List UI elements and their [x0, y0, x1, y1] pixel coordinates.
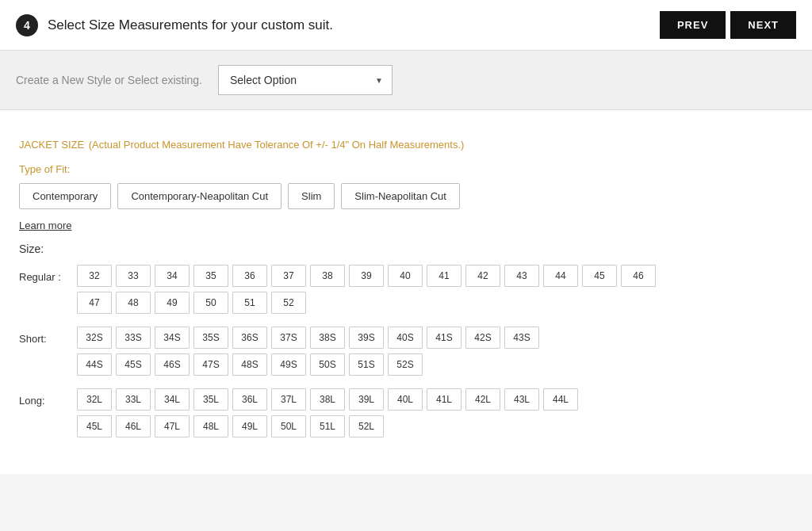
jacket-title-text: JACKET SIZE [19, 139, 84, 151]
regular-size-section: Regular : 323334353637383940414243444546… [19, 265, 793, 314]
header-title: Select Size Measurements for your custom… [48, 17, 333, 33]
long-buttons-row1: 32L33L34L35L36L37L38L39L40L41L42L43L44L [77, 388, 578, 411]
size-button[interactable]: 50L [271, 415, 306, 437]
size-button[interactable]: 45 [582, 265, 617, 287]
style-select[interactable]: Select Option Create New Style [218, 65, 393, 95]
fit-type-button[interactable]: Contemporary-Neapolitan Cut [117, 183, 282, 209]
fit-type-button[interactable]: Slim [288, 183, 335, 209]
size-button[interactable]: 40L [388, 388, 423, 411]
size-button[interactable]: 39S [349, 327, 384, 349]
size-button[interactable]: 32L [77, 388, 112, 411]
short-buttons-row1: 32S33S34S35S36S37S38S39S40S41S42S43S [77, 327, 539, 349]
size-button[interactable]: 41S [427, 327, 462, 349]
size-button[interactable]: 40 [388, 265, 423, 287]
regular-buttons-row1: 323334353637383940414243444546 [77, 265, 656, 287]
size-button[interactable]: 42 [465, 265, 500, 287]
size-button[interactable]: 48 [116, 292, 151, 314]
size-button[interactable]: 43 [504, 265, 539, 287]
size-button[interactable]: 34L [155, 388, 190, 411]
next-button[interactable]: NEXT [730, 11, 796, 39]
size-button[interactable]: 50 [193, 292, 228, 314]
jacket-section-title: JACKET SIZE (Actual Product Measurement … [19, 134, 793, 152]
size-button[interactable]: 36S [232, 327, 267, 349]
fit-type-button[interactable]: Slim-Neapolitan Cut [341, 183, 460, 209]
size-button[interactable]: 37S [271, 327, 306, 349]
size-button[interactable]: 47L [155, 415, 190, 437]
fit-buttons: ContemporaryContemporary-Neapolitan CutS… [19, 183, 793, 209]
size-button[interactable]: 44 [543, 265, 578, 287]
size-button[interactable]: 49 [155, 292, 190, 314]
fit-type-label: Type of Fit: [19, 163, 793, 175]
size-button[interactable]: 42L [465, 388, 500, 411]
main-content: JACKET SIZE (Actual Product Measurement … [0, 110, 812, 474]
size-button[interactable]: 52 [271, 292, 306, 314]
short-row-1: Short: 32S33S34S35S36S37S38S39S40S41S42S… [19, 327, 793, 349]
size-button[interactable]: 41L [427, 388, 462, 411]
size-button[interactable]: 43S [504, 327, 539, 349]
long-label: Long: [19, 388, 71, 407]
size-button[interactable]: 41 [427, 265, 462, 287]
size-button[interactable]: 35L [193, 388, 228, 411]
size-button[interactable]: 46 [621, 265, 656, 287]
long-row-1: Long: 32L33L34L35L36L37L38L39L40L41L42L4… [19, 388, 793, 411]
size-button[interactable]: 34 [155, 265, 190, 287]
size-button[interactable]: 45L [77, 415, 112, 437]
regular-row-2: 474849505152 [77, 292, 793, 314]
size-button[interactable]: 38L [310, 388, 345, 411]
size-button[interactable]: 33L [116, 388, 151, 411]
regular-row-1: Regular : 323334353637383940414243444546 [19, 265, 793, 287]
size-button[interactable]: 48S [232, 353, 267, 376]
step-number: 4 [16, 14, 38, 36]
short-label: Short: [19, 327, 71, 345]
size-button[interactable]: 47S [193, 353, 228, 376]
learn-more-link[interactable]: Learn more [19, 220, 71, 231]
size-button[interactable]: 44S [77, 353, 112, 376]
fit-type-button[interactable]: Contemporary [19, 183, 111, 209]
size-button[interactable]: 36 [232, 265, 267, 287]
short-size-section: Short: 32S33S34S35S36S37S38S39S40S41S42S… [19, 327, 793, 376]
size-button[interactable]: 51L [310, 415, 345, 437]
size-button[interactable]: 51 [232, 292, 267, 314]
size-button[interactable]: 50S [310, 353, 345, 376]
size-button[interactable]: 38S [310, 327, 345, 349]
style-bar-label: Create a New Style or Select existing. [16, 74, 202, 86]
size-button[interactable]: 45S [116, 353, 151, 376]
long-row-2: 45L46L47L48L49L50L51L52L [77, 415, 793, 437]
size-button[interactable]: 52S [388, 353, 423, 376]
size-button[interactable]: 42S [465, 327, 500, 349]
size-button[interactable]: 49L [232, 415, 267, 437]
size-button[interactable]: 46L [116, 415, 151, 437]
size-button[interactable]: 51S [349, 353, 384, 376]
short-row-2: 44S45S46S47S48S49S50S51S52S [77, 353, 793, 376]
size-button[interactable]: 37L [271, 388, 306, 411]
size-button[interactable]: 38 [310, 265, 345, 287]
size-button[interactable]: 36L [232, 388, 267, 411]
size-button[interactable]: 39 [349, 265, 384, 287]
long-size-section: Long: 32L33L34L35L36L37L38L39L40L41L42L4… [19, 388, 793, 437]
size-button[interactable]: 33 [116, 265, 151, 287]
size-button[interactable]: 46S [155, 353, 190, 376]
size-button[interactable]: 39L [349, 388, 384, 411]
size-label: Size: [19, 243, 793, 255]
style-select-wrapper: Select Option Create New Style [218, 65, 393, 95]
size-button[interactable]: 37 [271, 265, 306, 287]
size-button[interactable]: 32 [77, 265, 112, 287]
jacket-tolerance-note: (Actual Product Measurement Have Toleran… [89, 139, 465, 151]
style-bar: Create a New Style or Select existing. S… [0, 51, 812, 110]
header-left: 4 Select Size Measurements for your cust… [16, 14, 333, 36]
size-button[interactable]: 47 [77, 292, 112, 314]
header-buttons: PREV NEXT [660, 11, 796, 39]
size-button[interactable]: 49S [271, 353, 306, 376]
size-button[interactable]: 48L [193, 415, 228, 437]
size-button[interactable]: 33S [116, 327, 151, 349]
size-button[interactable]: 35S [193, 327, 228, 349]
size-button[interactable]: 32S [77, 327, 112, 349]
size-button[interactable]: 43L [504, 388, 539, 411]
size-button[interactable]: 44L [543, 388, 578, 411]
size-button[interactable]: 40S [388, 327, 423, 349]
size-button[interactable]: 34S [155, 327, 190, 349]
size-button[interactable]: 35 [193, 265, 228, 287]
prev-button[interactable]: PREV [660, 11, 726, 39]
size-button[interactable]: 52L [349, 415, 384, 437]
regular-label: Regular : [19, 265, 71, 283]
